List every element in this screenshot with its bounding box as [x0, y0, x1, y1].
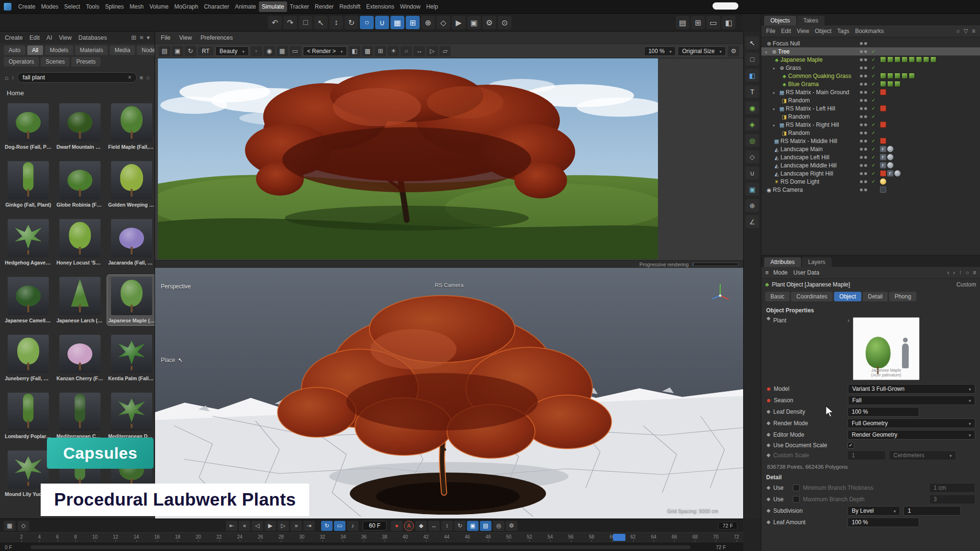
solo-button[interactable]: ◎: [493, 521, 504, 531]
quantize-toggle[interactable]: ⊞: [406, 16, 420, 29]
object-tree-row[interactable]: RS Matrix - Main Ground: [761, 88, 980, 96]
object-name[interactable]: Grass: [786, 65, 801, 71]
move-tool[interactable]: ↖: [314, 16, 328, 29]
current-frame-field[interactable]: 60 F: [363, 521, 387, 530]
object-name[interactable]: RS Dome Light: [780, 178, 819, 185]
enabled-check-icon[interactable]: [871, 73, 875, 78]
loop-button[interactable]: ↻: [321, 521, 333, 531]
compare-icon[interactable]: ◧: [349, 46, 360, 56]
visibility-toggles[interactable]: [860, 115, 867, 118]
pass-select[interactable]: Beauty: [215, 46, 249, 56]
asset-plant-card[interactable]: Kentia Palm (Fall, Plant): [107, 333, 155, 383]
rt-toggle[interactable]: RT: [198, 47, 213, 55]
visibility-toggles[interactable]: [860, 140, 867, 143]
max-branch-depth-checkbox[interactable]: [793, 496, 800, 503]
attribute-section-tab[interactable]: Coordinates: [791, 292, 833, 301]
asset-plant-card[interactable]: Japanese Camellia (Fal...: [4, 275, 53, 325]
layout-pill[interactable]: [713, 2, 738, 10]
ipr-button[interactable]: ⊙: [498, 16, 512, 29]
asset-plant-card[interactable]: Ginkgo (Fall, Plant): [4, 159, 53, 209]
rotation-toggle[interactable]: ↻: [454, 521, 466, 531]
list-view-icon[interactable]: ≡: [140, 34, 144, 41]
expand-arrow-icon[interactable]: [765, 48, 770, 55]
range-track[interactable]: [31, 545, 690, 549]
render-view-menu-item[interactable]: File: [161, 34, 170, 41]
sync-icon[interactable]: ○: [146, 74, 150, 81]
asset-plant-card[interactable]: Dog-Rose (Fall, Plant): [4, 101, 53, 152]
layout-quad-icon[interactable]: ⊞: [691, 16, 705, 29]
subdivision-count-field[interactable]: 1: [903, 506, 961, 516]
visibility-toggles[interactable]: [860, 156, 867, 159]
size-select[interactable]: Original Size: [678, 46, 726, 56]
menu-item[interactable]: Redshift: [336, 1, 363, 12]
play-button[interactable]: ▶: [265, 521, 276, 531]
enabled-check-icon[interactable]: [871, 49, 875, 54]
prev-frame-button[interactable]: ◁: [252, 521, 263, 531]
search-input[interactable]: [22, 74, 125, 81]
object-tree-row[interactable]: RS Matrix - Middle Hill: [761, 137, 980, 145]
playhead[interactable]: [613, 534, 625, 541]
sphere-icon[interactable]: ◉: [264, 46, 275, 56]
asset-search-field[interactable]: ×: [17, 72, 136, 83]
leaf-amount-field[interactable]: 100 %: [847, 518, 919, 527]
goto-end-button[interactable]: ⇥: [303, 521, 315, 531]
menu-item[interactable]: Render: [312, 1, 336, 12]
keyframe-dot-icon[interactable]: [767, 399, 770, 402]
object-tree-row[interactable]: Landscape Middle Hill: [761, 161, 980, 169]
visibility-toggles[interactable]: [860, 58, 867, 61]
back-icon[interactable]: ‹: [947, 269, 949, 276]
object-tags[interactable]: [880, 105, 886, 111]
home-icon[interactable]: ⌂: [5, 74, 9, 81]
asset-sub-tab[interactable]: Operators: [4, 57, 39, 66]
scale-tool[interactable]: ↕: [329, 16, 343, 29]
panel-menu-icon[interactable]: ▾: [146, 34, 150, 41]
visibility-toggles[interactable]: [860, 180, 867, 183]
object-tree-row[interactable]: RS Matrix - Left Hill: [761, 104, 980, 112]
anim-dot-icon[interactable]: [767, 509, 770, 513]
asset-filter-tab[interactable]: Materials: [75, 45, 108, 55]
object-menu-item[interactable]: Tags: [837, 28, 849, 34]
object-name[interactable]: Focus Null: [773, 40, 800, 47]
object-tags[interactable]: [880, 146, 893, 152]
object-tree-row[interactable]: Landscape Right Hill: [761, 169, 980, 177]
object-tags[interactable]: [880, 81, 901, 87]
object-name[interactable]: Common Quaking Grass: [788, 73, 851, 79]
plane-tool[interactable]: □: [746, 53, 759, 66]
attribute-section-tab[interactable]: Object: [834, 292, 861, 301]
grid-snap-toggle[interactable]: ▦: [390, 16, 404, 29]
object-name[interactable]: Random: [788, 113, 810, 120]
visibility-toggles[interactable]: [860, 172, 867, 175]
anim-dot-icon[interactable]: [767, 453, 770, 457]
asset-filter-tab[interactable]: All: [27, 45, 43, 55]
axis-mode-toggle[interactable]: ⊕: [421, 16, 435, 29]
sound-button[interactable]: ♪: [347, 521, 358, 531]
render-gear-icon[interactable]: ⚙: [728, 46, 739, 56]
enabled-check-icon[interactable]: [871, 146, 875, 152]
editor-mode-dropdown[interactable]: Render Geometry: [847, 430, 975, 440]
menu-item[interactable]: Simulate: [259, 1, 287, 12]
zoom-select[interactable]: 100 %: [644, 46, 676, 56]
render-select[interactable]: < Render >: [303, 46, 347, 56]
cloner-tool[interactable]: ◈: [746, 118, 759, 131]
visibility-toggles[interactable]: [860, 132, 867, 134]
object-name[interactable]: Random: [788, 97, 810, 104]
object-tree-row[interactable]: RS Matrix - Right Hill: [761, 121, 980, 129]
up-icon[interactable]: ↑: [959, 269, 962, 276]
enabled-check-icon[interactable]: [871, 122, 875, 127]
next-frame-button[interactable]: ▷: [278, 521, 289, 531]
object-manager-tab[interactable]: Objects: [764, 16, 796, 25]
enabled-check-icon[interactable]: [871, 163, 875, 168]
asset-plant-card[interactable]: Kanzan Cherry (Fall, Pl...: [56, 333, 104, 383]
attr-menu-item[interactable]: User Data: [793, 269, 819, 276]
object-tree-row[interactable]: RS Dome Light: [761, 177, 980, 186]
object-name[interactable]: Japanese Maple: [780, 56, 823, 63]
sphere-tool[interactable]: ◉: [746, 101, 759, 114]
scale-toggle[interactable]: ↕: [441, 521, 453, 531]
subdivision-dropdown[interactable]: By Level: [847, 506, 900, 516]
timeline-range-bar[interactable]: 0 F 72 F: [0, 542, 743, 551]
attr-burger-icon[interactable]: ≡: [973, 269, 976, 276]
object-tree-row[interactable]: Grass: [761, 64, 980, 72]
camera-tool[interactable]: ▣: [746, 183, 759, 196]
object-name[interactable]: Tree: [778, 48, 790, 55]
visibility-toggles[interactable]: [860, 188, 867, 191]
